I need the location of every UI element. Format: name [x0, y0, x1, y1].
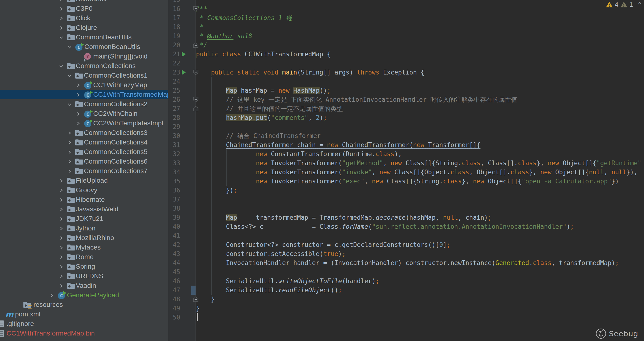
tree-item-cc1withtransformedmap-bin[interactable]: CC1WithTransformedMap.bin [0, 329, 168, 338]
tree-item--gitignore[interactable]: .gitignore [0, 319, 168, 329]
chevron-right-icon[interactable] [58, 264, 63, 269]
tree-item-cc2withchain[interactable]: CCC2WithChain [0, 109, 168, 118]
code-line-28[interactable]: hashMap.put("comments", 2); [196, 113, 327, 122]
tree-item-beanshell[interactable]: BeanShell [0, 0, 168, 4]
tree-item-commoncollections1[interactable]: CommonCollections1 [0, 71, 168, 80]
tree-item-cc1withtransformedmap[interactable]: CCC1WithTransformedMap [0, 90, 168, 99]
tree-item-commoncollections3[interactable]: CommonCollections3 [0, 128, 168, 138]
tree-item-cc1withlazymap[interactable]: CCC1WithLazyMap [0, 80, 168, 90]
chevron-right-icon[interactable] [67, 130, 72, 135]
chevron-down-icon[interactable] [67, 102, 72, 106]
code-line-32[interactable]: new ConstantTransformer(Runtime.class), [196, 149, 402, 159]
chevron-right-icon[interactable] [58, 226, 63, 231]
chevron-right-icon[interactable] [76, 121, 80, 126]
fold-open-icon[interactable] [193, 69, 199, 75]
code-line-21[interactable]: public class CC1WithTransformedMap { [196, 50, 331, 59]
project-tree[interactable]: BeanShellC3P0ClickClojureCommonBeanUtils… [0, 0, 168, 341]
tree-item-mozillarhino[interactable]: MozillaRhino [0, 233, 168, 243]
inspections-widget[interactable]: 4 1 ⌃ [606, 0, 642, 8]
tree-item-commonbeanutils[interactable]: CCommonBeanUtils [0, 42, 168, 51]
chevron-right-icon[interactable] [67, 149, 72, 154]
code-line-30[interactable]: // 结合 ChainedTransformer [196, 131, 321, 140]
tree-item-vaadin[interactable]: Vaadin [0, 281, 168, 290]
chevron-right-icon[interactable] [76, 83, 80, 87]
code-line-36[interactable]: }); [196, 186, 237, 195]
chevron-right-icon[interactable] [58, 274, 63, 279]
chevron-right-icon[interactable] [67, 159, 72, 164]
code-line-18[interactable]: * [196, 22, 204, 31]
chevron-right-icon[interactable] [67, 140, 72, 145]
tree-item-generatepayload[interactable]: CGeneratePayload [0, 290, 168, 300]
code-line-46[interactable]: SerializeUtil.writeObjectToFile(handler)… [196, 277, 379, 286]
tree-item-commoncollections[interactable]: CommonCollections [0, 61, 168, 71]
tree-item-rome[interactable]: Rome [0, 252, 168, 262]
tree-item-cc2withtemplatesimpl[interactable]: CCC2WithTemplatesImpl [0, 118, 168, 128]
tree-item-groovy[interactable]: Groovy [0, 185, 168, 195]
tree-item-partial[interactable]: m [0, 338, 168, 341]
code-line-39[interactable]: Map transformedMap = TransformedMap.deco… [196, 213, 492, 222]
tree-item-jython[interactable]: Jython [0, 224, 168, 233]
tree-item-fileupload[interactable]: FileUpload [0, 176, 168, 185]
code-line-35[interactable]: new InvokerTransformer("exec", new Class… [196, 177, 619, 186]
tree-item-commoncollections5[interactable]: CommonCollections5 [0, 147, 168, 157]
tree-item-hibernate[interactable]: Hibernate [0, 195, 168, 204]
tree-item-jdk7u21[interactable]: JDK7u21 [0, 214, 168, 224]
fold-open-icon[interactable] [193, 6, 199, 12]
tree-item-spring[interactable]: Spring [0, 262, 168, 271]
tree-item-clojure[interactable]: Clojure [0, 23, 168, 32]
tree-item-main-string-void[interactable]: mmain(String[]):void [0, 51, 168, 61]
chevron-down-icon[interactable] [58, 63, 63, 68]
code-line-19[interactable]: * @author su18 [196, 31, 252, 40]
tree-item-c3p0[interactable]: C3P0 [0, 4, 168, 13]
code-line-40[interactable]: Class<?> c = Class.forName("sun.reflect.… [196, 222, 574, 231]
code-line-44[interactable]: InvocationHandler handler = (InvocationH… [196, 258, 619, 268]
code-line-43[interactable]: constructor.setAccessible(true); [196, 249, 346, 258]
tree-item-commonbeanutils[interactable]: CommonBeanUtils [0, 32, 168, 42]
chevron-right-icon[interactable] [58, 207, 63, 212]
chevron-right-icon[interactable] [58, 16, 63, 20]
chevron-right-icon[interactable] [58, 0, 63, 1]
code-line-33[interactable]: new InvokerTransformer("getMethod", new … [196, 159, 641, 168]
chevron-down-icon[interactable] [67, 44, 72, 49]
chevron-right-icon[interactable] [58, 6, 63, 11]
tree-item-pom-xml[interactable]: mpom.xml [0, 310, 168, 319]
code-line-23[interactable]: public static void main(String[] args) t… [196, 68, 424, 77]
run-gutter-icon[interactable] [182, 51, 186, 57]
chevron-right-icon[interactable] [58, 216, 63, 221]
code-line-31[interactable]: ChainedTransformer chain = new ChainedTr… [196, 140, 480, 149]
code-line-34[interactable]: new InvokerTransformer("invoke", new Cla… [196, 168, 638, 177]
code-line-49[interactable]: } [196, 304, 200, 313]
code-editor[interactable]: 1516/**17 * CommonsCollections 1 链18 *19… [168, 0, 644, 341]
chevron-right-icon[interactable] [58, 178, 63, 183]
code-line-25[interactable]: Map hashMap = new HashMap(); [196, 86, 331, 95]
chevron-right-icon[interactable] [58, 255, 63, 259]
tree-item-javassistweld[interactable]: JavassistWeld [0, 204, 168, 214]
tree-item-myfaces[interactable]: Myfaces [0, 243, 168, 252]
fold-close-icon[interactable] [193, 42, 199, 48]
fold-open-icon[interactable] [193, 97, 199, 102]
code-line-17[interactable]: * CommonsCollections 1 链 [196, 13, 292, 22]
tree-item-urldns[interactable]: URLDNS [0, 271, 168, 281]
chevron-right-icon[interactable] [76, 92, 80, 97]
chevron-right-icon[interactable] [58, 197, 63, 202]
chevron-right-icon[interactable] [58, 245, 63, 250]
code-line-47[interactable]: SerializeUtil.readFileObject(); [196, 286, 342, 295]
chevron-up-icon[interactable]: ⌃ [637, 1, 642, 8]
tree-item-commoncollections2[interactable]: CommonCollections2 [0, 99, 168, 109]
tree-item-commoncollections6[interactable]: CommonCollections6 [0, 157, 168, 166]
tree-item-click[interactable]: Click [0, 13, 168, 23]
code-line-26[interactable]: // 这里 key 一定是 下面实例化 AnnotationInvocation… [196, 95, 517, 104]
code-line-48[interactable]: } [196, 295, 215, 304]
fold-close-icon[interactable] [193, 106, 199, 111]
chevron-right-icon[interactable] [58, 283, 63, 288]
code-line-42[interactable]: Constructor<?> constructor = c.getDeclar… [196, 240, 450, 249]
chevron-right-icon[interactable] [67, 169, 72, 173]
tree-item-resources[interactable]: resources [0, 300, 168, 310]
tree-item-commoncollections4[interactable]: CommonCollections4 [0, 138, 168, 147]
fold-close-icon[interactable] [193, 296, 199, 302]
code-line-27[interactable]: // 并且这里的值的一定不是属性值的类型 [196, 104, 343, 113]
chevron-right-icon[interactable] [58, 188, 63, 192]
chevron-right-icon[interactable] [58, 235, 63, 240]
chevron-right-icon[interactable] [49, 293, 54, 298]
chevron-down-icon[interactable] [67, 73, 72, 78]
